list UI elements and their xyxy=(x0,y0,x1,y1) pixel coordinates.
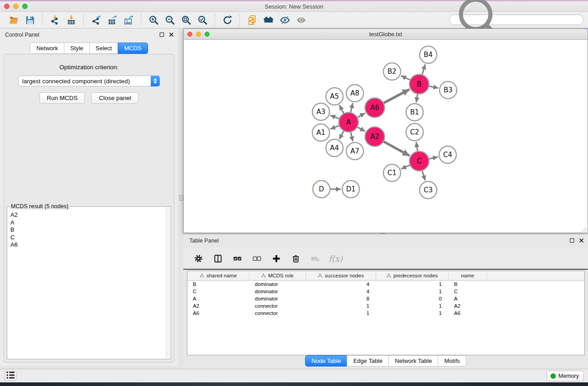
table-cell[interactable]: 8 xyxy=(306,295,376,302)
graph-edge-A-A5[interactable] xyxy=(339,105,344,113)
open-session-button[interactable] xyxy=(5,13,22,27)
vertical-splitter-handle[interactable] xyxy=(179,195,183,201)
table-tab-motifs[interactable]: Motifs xyxy=(438,355,466,367)
column-header-successor-nodes[interactable]: successor nodes xyxy=(306,271,376,281)
table-cell[interactable]: 1 xyxy=(306,302,376,310)
graph-edge-A-A4[interactable] xyxy=(339,131,344,139)
table-cell[interactable]: 1 xyxy=(376,288,449,295)
graph-edge-A2-C[interactable] xyxy=(384,142,410,156)
zoom-fit-button[interactable] xyxy=(178,13,194,27)
mcds-result-list[interactable]: A2ABCA6 xyxy=(7,209,166,358)
graph-node-A4[interactable]: A4 xyxy=(326,139,343,157)
settings-button[interactable] xyxy=(192,253,204,264)
table-cell[interactable]: A2 xyxy=(187,302,249,310)
table-tab-edge-table[interactable]: Edge Table xyxy=(347,355,389,367)
table-cell[interactable]: B xyxy=(449,281,487,288)
table-row[interactable]: A2connector11A2 xyxy=(187,302,584,310)
function-builder-button[interactable]: f(x) xyxy=(329,254,343,263)
graph-edge-C-C3[interactable] xyxy=(422,171,425,181)
mcds-result-item[interactable]: A6 xyxy=(10,241,166,249)
mcds-result-item[interactable]: B xyxy=(10,226,166,234)
table-cell[interactable]: 1 xyxy=(306,310,376,317)
table-cell[interactable]: 1 xyxy=(376,302,449,310)
table-cell[interactable]: 1 xyxy=(376,310,449,317)
export-image-button[interactable] xyxy=(120,13,137,27)
network-canvas[interactable]: B4B2BB3A5A8A6B1A3AC2A1A2A4A7C4CC1C3DD1 xyxy=(184,40,588,233)
graph-edge-A-A7[interactable] xyxy=(351,132,353,142)
table-tab-network-table[interactable]: Network Table xyxy=(388,355,438,367)
mcds-result-item[interactable]: C xyxy=(10,234,166,242)
table-cell[interactable]: connector xyxy=(249,302,306,310)
graph-node-A1[interactable]: A1 xyxy=(312,124,330,141)
table-cell[interactable]: dominator xyxy=(249,295,306,302)
table-cell[interactable]: A xyxy=(449,295,487,302)
zoom-in-button[interactable] xyxy=(145,13,162,27)
search-input[interactable] xyxy=(510,17,580,23)
table-cell[interactable]: C xyxy=(187,288,249,295)
close-table-panel-icon[interactable] xyxy=(579,238,584,243)
graph-node-D1[interactable]: D1 xyxy=(342,181,359,198)
table-cell[interactable]: A6 xyxy=(187,310,249,317)
graph-node-B[interactable]: B xyxy=(410,75,429,94)
graph-node-B1[interactable]: B1 xyxy=(406,104,423,121)
graph-node-A[interactable]: A xyxy=(339,113,359,132)
export-table-button[interactable] xyxy=(104,13,120,27)
graph-node-B3[interactable]: B3 xyxy=(440,81,457,99)
import-table-button[interactable] xyxy=(63,13,79,27)
mcds-result-item[interactable]: A2 xyxy=(10,211,166,219)
table-row[interactable]: A6connector11A6 xyxy=(187,310,584,317)
deselect-all-button[interactable] xyxy=(251,253,263,264)
table-cell[interactable]: dominator xyxy=(249,288,306,295)
table-cell[interactable]: 4 xyxy=(306,281,376,288)
graph-node-B4[interactable]: B4 xyxy=(420,46,437,63)
graph-node-A8[interactable]: A8 xyxy=(346,85,363,102)
select-all-button[interactable] xyxy=(231,253,243,264)
table-cell[interactable]: 1 xyxy=(376,281,449,288)
table-cell[interactable]: 0 xyxy=(376,295,449,302)
run-mcds-button[interactable]: Run MCDS xyxy=(39,92,85,104)
graph-edge-C-C4[interactable] xyxy=(429,157,438,159)
graph-edge-C-C1[interactable] xyxy=(401,165,410,169)
graph-edge-B-B1[interactable] xyxy=(416,94,418,102)
table-cell[interactable]: A2 xyxy=(449,302,487,310)
graph-edge-A-A3[interactable] xyxy=(330,115,339,119)
tab-network[interactable]: Network xyxy=(30,43,64,54)
columns-button[interactable] xyxy=(212,253,224,264)
tab-select[interactable]: Select xyxy=(89,43,118,54)
save-session-button[interactable] xyxy=(22,13,38,27)
graph-node-C4[interactable]: C4 xyxy=(439,146,456,163)
graph-node-C[interactable]: C xyxy=(410,152,429,171)
graph-edge-A-A6[interactable] xyxy=(358,113,365,117)
table-cell[interactable]: C xyxy=(449,288,487,295)
table-cell[interactable]: B xyxy=(187,281,249,288)
float-panel-icon[interactable] xyxy=(159,32,164,37)
resize-grip-icon[interactable] xyxy=(581,226,587,232)
export-network-button[interactable] xyxy=(88,13,104,27)
dropdown-stepper-icon[interactable] xyxy=(151,76,160,86)
tab-mcds[interactable]: MCDS xyxy=(118,43,148,54)
result-scrollbar[interactable] xyxy=(166,207,170,358)
graph-edge-B-B3[interactable] xyxy=(429,86,438,88)
graph-node-C2[interactable]: C2 xyxy=(406,124,423,141)
close-panel-icon[interactable] xyxy=(169,32,174,37)
table-cell[interactable]: 4 xyxy=(306,288,376,295)
column-header-name[interactable]: name xyxy=(449,271,487,281)
graph-node-C3[interactable]: C3 xyxy=(420,181,437,199)
table-row[interactable]: Adominator80A xyxy=(187,295,584,302)
graph-node-A3[interactable]: A3 xyxy=(312,103,330,120)
graph-edge-C-C2[interactable] xyxy=(416,142,417,151)
table-cell[interactable]: connector xyxy=(249,310,306,317)
mcds-result-item[interactable]: A xyxy=(10,219,166,227)
column-header-MCDS-role[interactable]: MCDS role xyxy=(249,271,306,281)
graph-edge-A-A2[interactable] xyxy=(358,127,365,131)
first-neighbors-button[interactable] xyxy=(260,13,277,27)
graph-edge-A-A8[interactable] xyxy=(351,103,353,113)
float-table-panel-icon[interactable] xyxy=(569,238,574,243)
zoom-selected-button[interactable] xyxy=(194,13,210,27)
column-header-predecessor-nodes[interactable]: predecessor nodes xyxy=(376,271,449,281)
column-header-shared-name[interactable]: shared name xyxy=(187,271,249,281)
graph-node-B2[interactable]: B2 xyxy=(383,63,401,80)
table-tab-node-table[interactable]: Node Table xyxy=(305,355,348,367)
table-cell[interactable]: A xyxy=(187,295,249,302)
optimization-criterion-dropdown[interactable]: largest connected component (directed) xyxy=(18,76,160,86)
